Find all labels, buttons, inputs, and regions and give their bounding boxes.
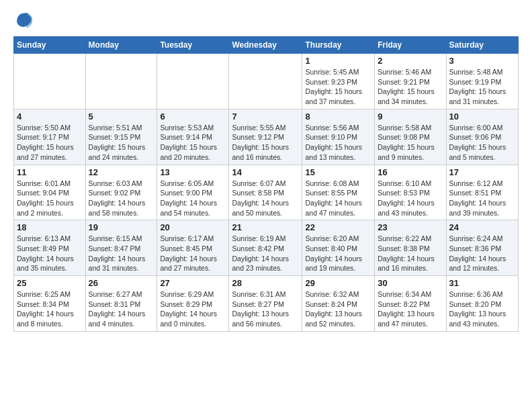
calendar-cell: 9Sunrise: 5:58 AM Sunset: 9:08 PM Daylig… (375, 109, 446, 165)
calendar-cell (229, 54, 302, 109)
calendar-cell: 29Sunrise: 6:32 AM Sunset: 8:24 PM Dayli… (302, 276, 375, 332)
calendar-cell: 15Sunrise: 6:08 AM Sunset: 8:55 PM Dayli… (302, 165, 375, 220)
day-info: Sunrise: 6:17 AM Sunset: 8:45 PM Dayligh… (160, 234, 226, 273)
day-info: Sunrise: 5:53 AM Sunset: 9:14 PM Dayligh… (160, 123, 226, 163)
week-row-3: 18Sunrise: 6:13 AM Sunset: 8:49 PM Dayli… (14, 220, 519, 276)
calendar-cell: 18Sunrise: 6:13 AM Sunset: 8:49 PM Dayli… (14, 220, 86, 276)
header (13, 11, 519, 31)
calendar-cell: 7Sunrise: 5:55 AM Sunset: 9:12 PM Daylig… (229, 109, 302, 165)
day-info: Sunrise: 5:58 AM Sunset: 9:08 PM Dayligh… (378, 123, 443, 163)
day-info: Sunrise: 6:34 AM Sunset: 8:22 PM Dayligh… (378, 289, 443, 329)
calendar-cell: 3Sunrise: 5:48 AM Sunset: 9:19 PM Daylig… (446, 54, 518, 109)
calendar-cell: 25Sunrise: 6:25 AM Sunset: 8:34 PM Dayli… (14, 276, 86, 332)
day-info: Sunrise: 6:31 AM Sunset: 8:27 PM Dayligh… (232, 289, 299, 329)
day-info: Sunrise: 6:05 AM Sunset: 9:00 PM Dayligh… (160, 179, 226, 218)
day-number: 6 (160, 111, 226, 122)
week-row-1: 4Sunrise: 5:50 AM Sunset: 9:17 PM Daylig… (14, 109, 519, 165)
day-number: 19 (89, 222, 154, 232)
day-info: Sunrise: 6:24 AM Sunset: 8:36 PM Dayligh… (449, 234, 515, 273)
calendar-cell: 1Sunrise: 5:45 AM Sunset: 9:23 PM Daylig… (302, 54, 375, 109)
calendar-cell: 22Sunrise: 6:20 AM Sunset: 8:40 PM Dayli… (302, 220, 375, 276)
day-number: 2 (378, 56, 443, 66)
day-number: 18 (17, 222, 83, 232)
calendar-cell: 5Sunrise: 5:51 AM Sunset: 9:15 PM Daylig… (85, 109, 157, 165)
day-number: 9 (378, 111, 443, 122)
calendar-cell: 10Sunrise: 6:00 AM Sunset: 9:06 PM Dayli… (446, 109, 518, 165)
calendar-cell: 23Sunrise: 6:22 AM Sunset: 8:38 PM Dayli… (375, 220, 446, 276)
calendar-cell (14, 54, 86, 109)
calendar-cell: 30Sunrise: 6:34 AM Sunset: 8:22 PM Dayli… (375, 276, 446, 332)
day-number: 5 (89, 111, 154, 122)
calendar-cell: 12Sunrise: 6:03 AM Sunset: 9:02 PM Dayli… (85, 165, 157, 220)
day-info: Sunrise: 6:27 AM Sunset: 8:31 PM Dayligh… (89, 289, 154, 329)
day-info: Sunrise: 6:25 AM Sunset: 8:34 PM Dayligh… (17, 289, 83, 329)
calendar-cell: 20Sunrise: 6:17 AM Sunset: 8:45 PM Dayli… (157, 220, 229, 276)
week-row-0: 1Sunrise: 5:45 AM Sunset: 9:23 PM Daylig… (14, 54, 519, 109)
day-info: Sunrise: 6:22 AM Sunset: 8:38 PM Dayligh… (378, 234, 443, 273)
col-header-sunday: Sunday (14, 37, 86, 54)
day-info: Sunrise: 6:32 AM Sunset: 8:24 PM Dayligh… (305, 289, 371, 329)
day-number: 15 (305, 167, 371, 177)
day-number: 1 (305, 56, 371, 66)
day-info: Sunrise: 5:50 AM Sunset: 9:17 PM Dayligh… (17, 123, 83, 163)
calendar-cell: 6Sunrise: 5:53 AM Sunset: 9:14 PM Daylig… (157, 109, 229, 165)
day-info: Sunrise: 6:07 AM Sunset: 8:58 PM Dayligh… (232, 179, 299, 218)
week-row-2: 11Sunrise: 6:01 AM Sunset: 9:04 PM Dayli… (14, 165, 519, 220)
day-number: 14 (232, 167, 299, 177)
day-info: Sunrise: 6:20 AM Sunset: 8:40 PM Dayligh… (305, 234, 371, 273)
day-number: 16 (378, 167, 443, 177)
calendar-cell: 31Sunrise: 6:36 AM Sunset: 8:20 PM Dayli… (446, 276, 518, 332)
day-info: Sunrise: 6:03 AM Sunset: 9:02 PM Dayligh… (89, 179, 154, 218)
col-header-wednesday: Wednesday (229, 37, 302, 54)
day-info: Sunrise: 6:01 AM Sunset: 9:04 PM Dayligh… (17, 179, 83, 218)
calendar-cell: 24Sunrise: 6:24 AM Sunset: 8:36 PM Dayli… (446, 220, 518, 276)
col-header-tuesday: Tuesday (157, 37, 229, 54)
col-header-thursday: Thursday (302, 37, 375, 54)
col-header-monday: Monday (85, 37, 157, 54)
logo-icon (13, 11, 34, 31)
day-info: Sunrise: 5:55 AM Sunset: 9:12 PM Dayligh… (232, 123, 299, 163)
col-header-saturday: Saturday (446, 37, 518, 54)
day-info: Sunrise: 6:29 AM Sunset: 8:29 PM Dayligh… (160, 289, 226, 329)
day-info: Sunrise: 6:36 AM Sunset: 8:20 PM Dayligh… (449, 289, 515, 329)
calendar-cell (157, 54, 229, 109)
day-number: 22 (305, 222, 371, 232)
logo (13, 11, 36, 31)
calendar-table: SundayMondayTuesdayWednesdayThursdayFrid… (13, 36, 519, 332)
day-info: Sunrise: 5:51 AM Sunset: 9:15 PM Dayligh… (89, 123, 154, 163)
calendar-cell: 14Sunrise: 6:07 AM Sunset: 8:58 PM Dayli… (229, 165, 302, 220)
day-info: Sunrise: 6:00 AM Sunset: 9:06 PM Dayligh… (449, 123, 515, 163)
day-info: Sunrise: 6:12 AM Sunset: 8:51 PM Dayligh… (449, 179, 515, 218)
day-number: 20 (160, 222, 226, 232)
calendar-cell: 26Sunrise: 6:27 AM Sunset: 8:31 PM Dayli… (85, 276, 157, 332)
calendar-cell: 21Sunrise: 6:19 AM Sunset: 8:42 PM Dayli… (229, 220, 302, 276)
day-number: 11 (17, 167, 83, 177)
day-info: Sunrise: 5:56 AM Sunset: 9:10 PM Dayligh… (305, 123, 371, 163)
calendar-cell: 13Sunrise: 6:05 AM Sunset: 9:00 PM Dayli… (157, 165, 229, 220)
day-number: 21 (232, 222, 299, 232)
calendar-cell (85, 54, 157, 109)
header-row: SundayMondayTuesdayWednesdayThursdayFrid… (14, 37, 519, 54)
day-number: 25 (17, 278, 83, 288)
day-number: 17 (449, 167, 515, 177)
day-info: Sunrise: 5:45 AM Sunset: 9:23 PM Dayligh… (305, 67, 371, 107)
day-number: 24 (449, 222, 515, 232)
day-number: 3 (449, 56, 515, 66)
calendar-cell: 19Sunrise: 6:15 AM Sunset: 8:47 PM Dayli… (85, 220, 157, 276)
day-info: Sunrise: 6:10 AM Sunset: 8:53 PM Dayligh… (378, 179, 443, 218)
calendar-cell: 17Sunrise: 6:12 AM Sunset: 8:51 PM Dayli… (446, 165, 518, 220)
day-number: 30 (378, 278, 443, 288)
day-info: Sunrise: 5:46 AM Sunset: 9:21 PM Dayligh… (378, 67, 443, 107)
week-row-4: 25Sunrise: 6:25 AM Sunset: 8:34 PM Dayli… (14, 276, 519, 332)
day-number: 29 (305, 278, 371, 288)
calendar-cell: 11Sunrise: 6:01 AM Sunset: 9:04 PM Dayli… (14, 165, 86, 220)
day-number: 28 (232, 278, 299, 288)
day-number: 13 (160, 167, 226, 177)
day-number: 10 (449, 111, 515, 122)
day-info: Sunrise: 5:48 AM Sunset: 9:19 PM Dayligh… (449, 67, 515, 107)
calendar-cell: 27Sunrise: 6:29 AM Sunset: 8:29 PM Dayli… (157, 276, 229, 332)
day-info: Sunrise: 6:08 AM Sunset: 8:55 PM Dayligh… (305, 179, 371, 218)
calendar-cell: 16Sunrise: 6:10 AM Sunset: 8:53 PM Dayli… (375, 165, 446, 220)
day-info: Sunrise: 6:19 AM Sunset: 8:42 PM Dayligh… (232, 234, 299, 273)
day-number: 31 (449, 278, 515, 288)
